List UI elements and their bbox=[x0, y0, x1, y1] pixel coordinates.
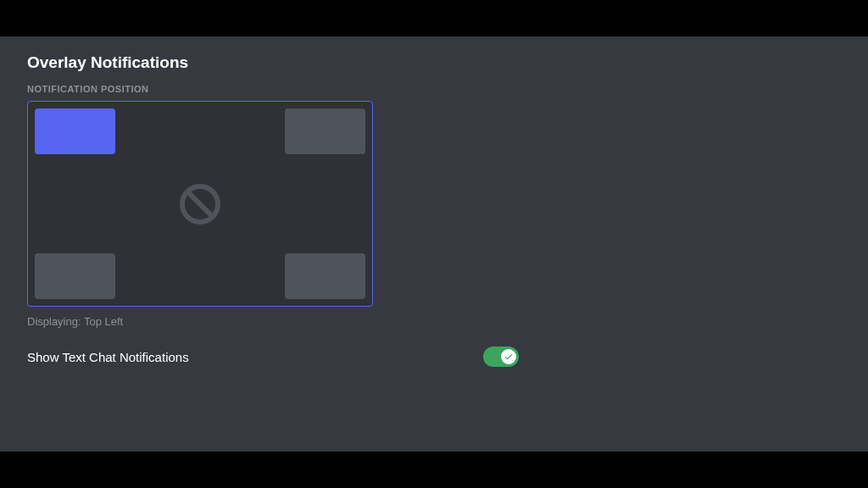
notification-position-label: NOTIFICATION POSITION bbox=[27, 84, 841, 94]
text-chat-toggle[interactable] bbox=[483, 347, 519, 367]
text-chat-toggle-row: Show Text Chat Notifications bbox=[27, 347, 519, 367]
settings-panel: Overlay Notifications NOTIFICATION POSIT… bbox=[0, 36, 868, 452]
svg-line-1 bbox=[187, 191, 213, 217]
notification-position-picker bbox=[27, 101, 373, 307]
position-top-right[interactable] bbox=[285, 108, 365, 154]
position-top-left[interactable] bbox=[35, 108, 115, 154]
position-bottom-right[interactable] bbox=[285, 253, 365, 299]
disable-icon[interactable] bbox=[176, 180, 224, 228]
toggle-thumb bbox=[501, 349, 516, 364]
displaying-status: Displaying: Top Left bbox=[27, 315, 841, 328]
text-chat-toggle-label: Show Text Chat Notifications bbox=[27, 350, 189, 364]
position-bottom-left[interactable] bbox=[35, 253, 115, 299]
section-title: Overlay Notifications bbox=[27, 53, 841, 72]
check-icon bbox=[504, 352, 514, 362]
